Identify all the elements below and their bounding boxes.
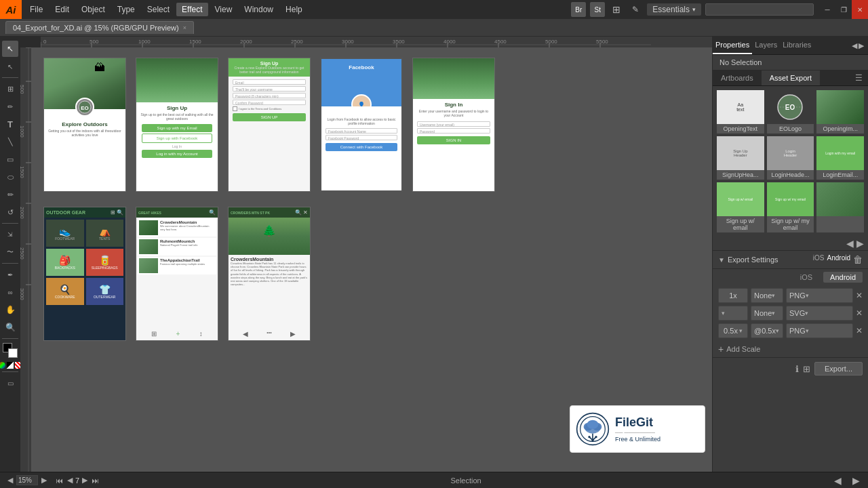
thumb-row3b[interactable]: Sign up w/ my email Sign up w/ my email: [767, 182, 814, 232]
stock-icon[interactable]: St: [590, 2, 605, 17]
outdoor-title: Explore Outdoors: [44, 121, 125, 127]
artboard-outdoor[interactable]: 🏔 EO Explore Outdoors Getting you out of…: [43, 58, 126, 192]
menu-select[interactable]: Select: [142, 3, 175, 16]
thumb-opening-img[interactable]: OpeningIm...: [816, 90, 864, 134]
thumb-row3c[interactable]: [816, 182, 864, 232]
remove-scale-3[interactable]: ✕: [856, 326, 863, 336]
thumb-row3a[interactable]: Sign up w/ email Sign up w/ email: [717, 182, 764, 232]
tab-asset-export[interactable]: Asset Export: [762, 70, 820, 85]
layout-icon[interactable]: ⊞: [609, 2, 624, 17]
last-page-btn[interactable]: ⏭: [90, 476, 100, 485]
canvas-scroll[interactable]: 🏔 EO Explore Outdoors Getting you out of…: [31, 47, 712, 472]
selection-tool[interactable]: ↖: [2, 41, 18, 57]
thumb-opening-text[interactable]: Aatext OpeningText: [717, 90, 764, 134]
zoom-out-btn[interactable]: ◀: [5, 476, 15, 485]
thumb-login-email[interactable]: Login with my email LoginEmail...: [816, 136, 864, 180]
no-selection-text: No Selection: [719, 58, 762, 66]
android-button[interactable]: Android: [823, 272, 863, 283]
pen-tool[interactable]: ✏: [2, 98, 18, 115]
thumb-signup-header[interactable]: Sign UpHeader SignUpHea...: [717, 136, 764, 180]
line-tool[interactable]: ╲: [2, 134, 18, 150]
first-page-btn[interactable]: ⏮: [54, 476, 64, 485]
scale-value-2[interactable]: ▾: [718, 306, 748, 321]
thumb-eo-logo[interactable]: EO EOLogo: [767, 90, 814, 134]
menu-type[interactable]: Type: [112, 3, 140, 16]
info-icon[interactable]: ℹ: [795, 364, 799, 374]
tab-artboards[interactable]: Artboards: [713, 70, 762, 85]
table-icon[interactable]: ⊞: [803, 364, 810, 374]
menu-edit[interactable]: Edit: [50, 3, 75, 16]
rect-tool[interactable]: ▭: [2, 151, 18, 167]
remove-scale-2[interactable]: ✕: [856, 308, 863, 318]
scale-format-3[interactable]: PNG▾: [786, 323, 853, 338]
panel-left-arrow[interactable]: ◀: [852, 41, 857, 50]
menu-file[interactable]: File: [24, 3, 48, 16]
remove-scale-1[interactable]: ✕: [856, 291, 863, 300]
bridge-icon[interactable]: Br: [571, 2, 586, 17]
tab-libraries[interactable]: Libraries: [780, 37, 814, 54]
grid-prev-arrow[interactable]: ◀: [846, 238, 854, 249]
gradient-icon[interactable]: [7, 362, 14, 369]
paintbrush-tool[interactable]: ✏: [2, 186, 18, 203]
scale-suffix-3[interactable]: @0.5x▾: [751, 323, 783, 338]
rotate-tool[interactable]: ↺: [2, 204, 18, 220]
export-button[interactable]: Export...: [814, 362, 863, 375]
fill-stroke-indicator[interactable]: [3, 343, 18, 358]
drawing-mode-icon[interactable]: ▭: [2, 375, 18, 391]
menu-effect[interactable]: Effect: [176, 3, 208, 16]
artboard-great-hikes[interactable]: GREAT HIKES 🔍 CrowdersMountain: [136, 207, 218, 341]
panel-right-arrow[interactable]: ▶: [859, 41, 864, 50]
zoom-select[interactable]: 15% 25% 50% 100%: [16, 475, 38, 485]
ellipse-tool[interactable]: ⬭: [2, 169, 18, 185]
scale-tool[interactable]: ⇲: [2, 226, 18, 243]
asset-tab-menu[interactable]: ☰: [850, 70, 868, 85]
artboard-facebook[interactable]: ✕ 👤 Facebook Login from Facebook to allo…: [320, 58, 403, 192]
blend-tool[interactable]: ∞: [2, 284, 18, 300]
menu-view[interactable]: View: [210, 3, 238, 16]
menu-object[interactable]: Object: [76, 3, 111, 16]
type-tool[interactable]: T: [2, 116, 18, 132]
warp-tool[interactable]: 〜: [2, 244, 18, 260]
zoom-tool[interactable]: 🔍: [2, 319, 18, 336]
pen-icon[interactable]: ✎: [628, 2, 643, 17]
artboard-crowders[interactable]: CROWDERS MTN ST PK 🔍 ✕ 🌲 CrowdersMountai…: [228, 207, 311, 341]
file-tab-name: 04_Export_for_XD.ai @ 15% (RGB/GPU Previ…: [13, 24, 179, 32]
scale-suffix-2[interactable]: None▾: [751, 306, 783, 321]
close-button[interactable]: ✕: [852, 0, 868, 19]
file-tab-close[interactable]: ×: [183, 24, 186, 31]
collapse-icon[interactable]: ▼: [718, 256, 725, 264]
scale-value-1[interactable]: 1x: [718, 288, 748, 303]
scale-format-1[interactable]: PNG▾: [786, 288, 853, 303]
delete-icon[interactable]: 🗑: [853, 254, 863, 265]
zoom-in-btn[interactable]: ▶: [39, 476, 49, 485]
essentials-dropdown[interactable]: Essentials ▾: [647, 3, 701, 16]
artboard-signup[interactable]: Sign Up Sign up to get the best out of w…: [136, 58, 218, 192]
menu-help[interactable]: Help: [280, 3, 308, 16]
restore-button[interactable]: ❐: [835, 0, 852, 19]
grid-next-arrow[interactable]: ▶: [856, 238, 864, 249]
minimize-button[interactable]: ─: [819, 0, 835, 19]
eyedropper-tool[interactable]: ✒: [2, 266, 18, 283]
ios-button[interactable]: iOS: [793, 272, 819, 283]
scale-format-2[interactable]: SVG▾: [786, 306, 853, 321]
artboard-signin[interactable]: Sign In Enter your username and password…: [412, 58, 495, 192]
tab-properties[interactable]: Properties: [713, 37, 752, 54]
mode-next-arrow[interactable]: ▶: [850, 475, 863, 486]
tab-layers[interactable]: Layers: [752, 37, 780, 54]
direct-select-tool[interactable]: ↖: [2, 58, 18, 75]
hand-tool[interactable]: ✋: [2, 302, 18, 318]
artboard-tool[interactable]: ⊞: [2, 81, 18, 97]
add-scale-row[interactable]: + Add Scale: [713, 341, 868, 357]
mode-prev-arrow[interactable]: ◀: [831, 475, 844, 486]
menu-window[interactable]: Window: [239, 3, 279, 16]
file-tab[interactable]: 04_Export_for_XD.ai @ 15% (RGB/GPU Previ…: [5, 21, 194, 34]
scale-suffix-1[interactable]: None▾: [751, 288, 783, 303]
artboard-outdoor-gear[interactable]: OUTDOOR GEAR ⊞ 🔍 👟 FOOTWEAR ⛺: [43, 207, 126, 341]
thumb-login-header[interactable]: LoginHeader LoginHeade...: [767, 136, 814, 180]
prev-page-btn[interactable]: ◀: [66, 476, 74, 485]
search-input[interactable]: [705, 3, 814, 16]
artboard-signup-form[interactable]: Sign Up Create a new Explore Outdoors ac…: [228, 58, 311, 192]
color-icon[interactable]: [0, 362, 5, 369]
scale-value-3[interactable]: 0.5x▾: [718, 323, 748, 338]
next-page-btn[interactable]: ▶: [81, 476, 89, 485]
